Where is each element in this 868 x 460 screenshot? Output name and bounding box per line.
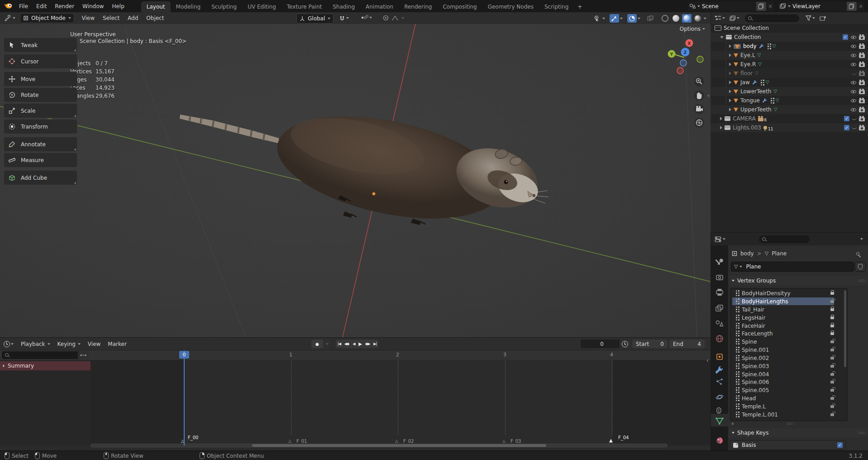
lock-icon[interactable] — [830, 292, 834, 295]
start-frame-field[interactable]: Start0 — [632, 340, 668, 348]
collection-checkbox[interactable]: ✓ — [844, 125, 849, 130]
lock-icon[interactable] — [830, 332, 834, 335]
breadcrumb-data[interactable]: Plane — [772, 250, 787, 257]
keying-set-chevron[interactable] — [324, 340, 330, 348]
vgroup-row[interactable]: LegsHair — [732, 314, 834, 321]
vgroup-row[interactable]: Spine.001 — [732, 346, 834, 354]
outliner-editor-icon[interactable] — [715, 15, 721, 21]
panel-grip-icon[interactable] — [858, 431, 865, 434]
use-preview-range-button[interactable] — [620, 340, 630, 348]
filter-icon[interactable] — [806, 15, 811, 21]
tool-annotate[interactable]: Annotate — [4, 137, 77, 152]
camera-view-icon[interactable] — [694, 104, 704, 114]
snap-target-select[interactable] — [361, 14, 372, 21]
tab-rendering[interactable]: Rendering — [399, 1, 437, 12]
shading-material-button[interactable] — [682, 14, 692, 23]
vgroup-row[interactable]: Spine.003 — [732, 362, 834, 370]
render-camera-icon[interactable] — [859, 81, 865, 85]
vgroup-row[interactable]: Temple.L.001 — [732, 411, 834, 418]
blender-logo-icon[interactable] — [0, 2, 15, 10]
vgroup-row[interactable]: Spine — [732, 338, 834, 345]
summary-channel[interactable]: Summary — [0, 361, 91, 370]
render-camera-icon[interactable] — [859, 72, 865, 76]
panel-grip-icon[interactable] — [858, 279, 865, 282]
collection-checkbox[interactable]: ✓ — [844, 116, 849, 121]
outliner-row-body[interactable]: body ▽ — [711, 42, 868, 51]
scene-selector[interactable]: Scene × — [688, 2, 774, 11]
list-resize-grip[interactable] — [787, 422, 793, 425]
lock-open-icon[interactable] — [830, 373, 834, 376]
show-gizmo-visibility-button[interactable] — [592, 14, 601, 23]
menu-view[interactable]: View — [84, 341, 104, 347]
lock-open-icon[interactable] — [830, 397, 834, 400]
render-camera-icon[interactable] — [859, 90, 865, 94]
new-viewlayer-button[interactable] — [847, 2, 857, 11]
tool-move[interactable]: Move — [4, 72, 77, 86]
shading-solid-button[interactable] — [671, 14, 681, 23]
play-button[interactable]: ▶ — [357, 340, 363, 348]
lock-open-icon[interactable] — [830, 405, 834, 408]
tab-object-icon[interactable] — [717, 354, 722, 359]
marker-f02-label[interactable]: F_02 — [403, 439, 414, 444]
outliner-row-upperteeth[interactable]: UpperTeeth ▽ — [711, 105, 868, 114]
vgroup-row[interactable]: FaceHair — [732, 322, 834, 330]
unlink-scene-icon[interactable]: × — [768, 3, 773, 10]
lock-open-icon[interactable] — [830, 349, 834, 351]
tab-uv-editing[interactable]: UV Editing — [242, 1, 281, 12]
menu-view[interactable]: View — [78, 12, 99, 24]
outliner-search-input[interactable] — [745, 14, 799, 22]
lock-icon[interactable] — [830, 316, 834, 319]
scene-name[interactable]: Scene — [702, 3, 754, 10]
tab-compositing[interactable]: Compositing — [437, 1, 482, 12]
timeline-ruler[interactable]: 1 2 3 4 — [0, 350, 711, 360]
transform-orientation-select[interactable]: Global — [296, 14, 334, 24]
tab-object-data-icon[interactable] — [716, 418, 724, 425]
timeline-scrollbar[interactable] — [91, 444, 668, 447]
remove-viewlayer-icon[interactable]: × — [858, 3, 863, 10]
tab-scene-icon[interactable] — [716, 321, 723, 326]
lock-open-icon[interactable] — [830, 389, 834, 392]
menu-render[interactable]: Render — [51, 0, 78, 12]
outliner-row-collection[interactable]: Collection ✓ — [711, 33, 868, 42]
menu-marker[interactable]: Marker — [104, 341, 130, 347]
shape-key-row-basis[interactable]: Basis ✓ — [730, 440, 846, 450]
proportional-edit-icon[interactable] — [383, 15, 389, 21]
pin-icon[interactable] — [856, 251, 860, 256]
tool-measure[interactable]: Measure — [4, 153, 77, 168]
menu-window[interactable]: Window — [78, 0, 108, 12]
pan-hand-icon[interactable] — [694, 91, 704, 101]
vgroup-row[interactable]: Spine.002 — [732, 354, 834, 362]
options-dropdown[interactable]: Options — [680, 26, 705, 32]
overlays-toggle[interactable] — [627, 14, 637, 23]
jump-to-end-button[interactable]: ▶| — [372, 340, 378, 348]
tool-cursor[interactable]: Cursor — [4, 54, 77, 69]
disclosure-closed-icon[interactable] — [729, 108, 731, 111]
properties-options-chevron[interactable] — [860, 238, 863, 240]
tab-output-icon[interactable] — [716, 289, 723, 296]
marker-f01-triangle[interactable]: △ — [288, 439, 291, 443]
auto-keying-record-button[interactable]: ● — [311, 340, 323, 348]
mode-select[interactable]: Object Mode — [20, 13, 74, 23]
hide-eye-icon[interactable] — [850, 52, 857, 58]
fake-user-shield-button[interactable] — [855, 262, 866, 272]
hidden-eye-closed-icon[interactable] — [852, 125, 857, 129]
vgroup-row[interactable]: Tail_Hair — [732, 306, 834, 313]
mesh-name-field[interactable]: ▽ Plane — [731, 262, 854, 272]
menu-edit[interactable]: Edit — [32, 0, 51, 12]
tab-geometry-nodes[interactable]: Geometry Nodes — [482, 1, 539, 12]
tool-rotate[interactable]: Rotate — [4, 87, 77, 102]
disclosure-closed-icon[interactable] — [729, 99, 731, 102]
current-frame-field[interactable]: 0 — [581, 340, 623, 348]
scrollbar-thumb[interactable] — [252, 444, 546, 447]
marker-f03-label[interactable]: F_03 — [510, 439, 521, 444]
render-camera-icon[interactable] — [859, 126, 865, 130]
hide-eye-icon[interactable] — [850, 43, 857, 49]
marker-f03-triangle[interactable]: △ — [502, 439, 506, 443]
shading-wireframe-button[interactable] — [660, 14, 670, 23]
falloff-curve-icon[interactable] — [391, 15, 399, 21]
hidden-eye-closed-icon[interactable] — [852, 71, 857, 75]
hide-eye-icon[interactable] — [850, 88, 857, 95]
disclosure-icon[interactable] — [3, 364, 5, 367]
lock-open-icon[interactable] — [830, 357, 834, 359]
add-workspace-button[interactable]: + — [574, 1, 586, 12]
